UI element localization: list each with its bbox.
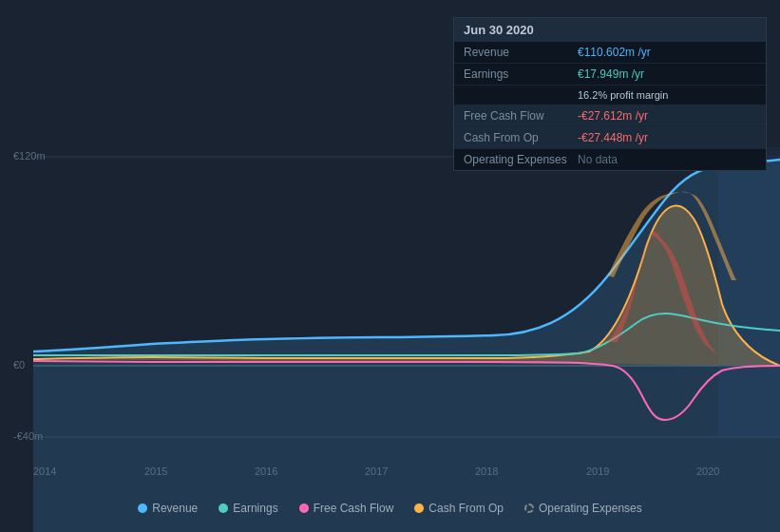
y-label-0: €0 [13, 359, 25, 370]
x-label-2016: 2016 [255, 466, 277, 477]
legend-earnings-dot [219, 504, 228, 513]
x-label-2018: 2018 [475, 466, 498, 477]
tooltip-cashfromop-value: -€27.448m /yr [578, 131, 648, 144]
legend-earnings[interactable]: Earnings [219, 502, 277, 515]
tooltip-cashfromop-label: Cash From Op [464, 131, 578, 144]
chart-area: €120m €0 -€40m 2014 2015 2016 2017 2018 … [0, 0, 780, 532]
legend: Revenue Earnings Free Cash Flow Cash Fro… [0, 502, 780, 515]
legend-opex[interactable]: Operating Expenses [524, 502, 642, 515]
legend-revenue-label: Revenue [152, 502, 198, 515]
tooltip-earnings-value: €17.949m /yr [578, 67, 644, 81]
tooltip-earnings-row: Earnings €17.949m /yr [454, 64, 766, 86]
tooltip-margin-value: 16.2% profit margin [578, 89, 668, 101]
legend-fcf-dot [299, 504, 309, 513]
tooltip-margin-row: 16.2% profit margin [454, 86, 766, 105]
x-label-2017: 2017 [365, 466, 388, 477]
tooltip-card: Jun 30 2020 Revenue €110.602m /yr Earnin… [453, 17, 767, 171]
tooltip-fcf-value: -€27.612m /yr [578, 109, 648, 123]
x-label-2014: 2014 [33, 466, 56, 477]
legend-opex-dot [524, 504, 534, 513]
x-label-2020: 2020 [696, 466, 719, 477]
tooltip-date: Jun 30 2020 [454, 18, 766, 42]
legend-cashfromop-label: Cash From Op [428, 502, 504, 515]
y-label-neg40m: -€40m [13, 430, 43, 442]
tooltip-opex-label: Operating Expenses [464, 153, 578, 166]
legend-revenue-dot [138, 504, 147, 513]
y-label-120m: €120m [13, 150, 46, 162]
legend-earnings-label: Earnings [233, 502, 277, 515]
tooltip-revenue-value: €110.602m /yr [578, 46, 651, 59]
legend-revenue[interactable]: Revenue [138, 502, 198, 515]
tooltip-cashfromop-row: Cash From Op -€27.448m /yr [454, 127, 766, 149]
tooltip-revenue-label: Revenue [464, 46, 578, 59]
tooltip-earnings-label: Earnings [464, 67, 578, 81]
legend-cashfromop-dot [414, 504, 424, 513]
tooltip-fcf-label: Free Cash Flow [464, 109, 578, 123]
legend-cashfromop[interactable]: Cash From Op [414, 502, 504, 515]
tooltip-fcf-row: Free Cash Flow -€27.612m /yr [454, 105, 766, 127]
legend-fcf[interactable]: Free Cash Flow [299, 502, 394, 515]
x-label-2019: 2019 [586, 466, 609, 477]
x-label-2015: 2015 [144, 466, 167, 477]
tooltip-revenue-row: Revenue €110.602m /yr [454, 42, 766, 64]
tooltip-opex-value: No data [578, 153, 618, 166]
legend-opex-label: Operating Expenses [539, 502, 642, 515]
legend-fcf-label: Free Cash Flow [314, 502, 394, 515]
tooltip-opex-row: Operating Expenses No data [454, 149, 766, 170]
